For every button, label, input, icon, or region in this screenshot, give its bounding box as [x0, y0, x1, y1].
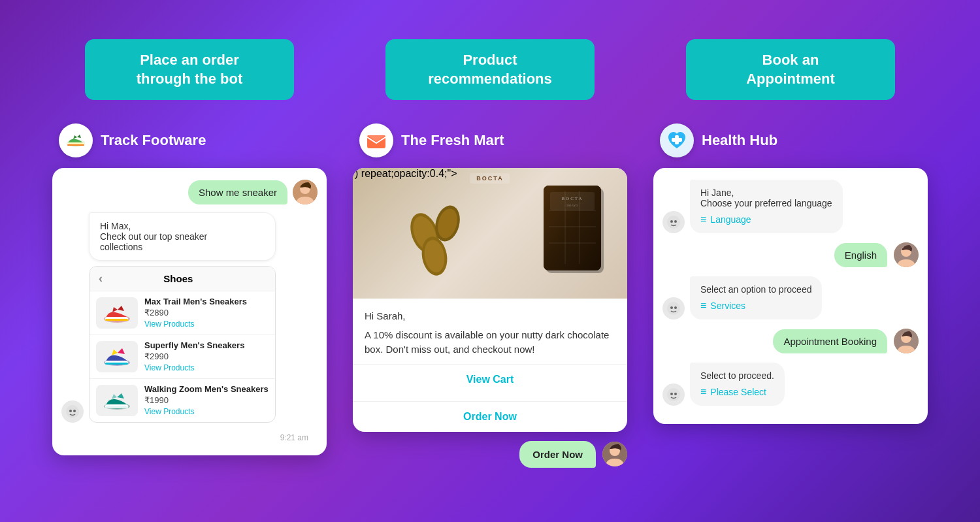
- order-chat-window: Show me sneaker: [52, 168, 327, 455]
- view-link-2[interactable]: View Products: [144, 363, 194, 372]
- bot-icon-small-4: [662, 383, 685, 406]
- order-now-bubble: Order Now: [519, 441, 596, 468]
- product-greeting: Hi Sarah,: [365, 309, 615, 324]
- bot-icon-small-1: [61, 400, 84, 423]
- please-select-option[interactable]: ≡ Please Select: [700, 386, 774, 398]
- svg-rect-10: [105, 319, 128, 321]
- user-message-row: Show me sneaker: [61, 180, 318, 204]
- fresh-mart-name: The Fresh Mart: [401, 132, 504, 149]
- product-price-1: ₹2890: [144, 308, 247, 318]
- health-hub-logo: [660, 123, 694, 157]
- english-bubble: English: [834, 243, 887, 267]
- bot-message-row: Hi Max, Check out our top sneaker collec…: [61, 212, 318, 423]
- language-msg-row: Hi Jane,Choose your preferred language ≡…: [662, 180, 919, 233]
- appointment-label: Book anAppointment: [686, 39, 895, 100]
- appointment-booking-row: Appointment Booking: [662, 329, 919, 353]
- product-info-2: Superfly Men's Sneakers ₹2990 View Produ…: [144, 340, 244, 373]
- user-avatar-1: [293, 180, 318, 204]
- svg-point-45: [667, 302, 680, 315]
- chat-timestamp: 9:21 am: [61, 431, 318, 449]
- appointment-column: Book anAppointment Health Hub: [653, 39, 928, 424]
- svg-rect-13: [105, 363, 128, 365]
- bot-icon-small-2: [662, 211, 685, 233]
- svg-text:DOAYO: DOAYO: [566, 204, 578, 207]
- view-cart-btn[interactable]: View Cart: [353, 364, 627, 395]
- main-container: Place an order through the bot Track Foo…: [0, 0, 980, 522]
- order-bot-name: Track Footware: [101, 132, 206, 149]
- select-option-text: Select an option to proceed: [700, 284, 811, 295]
- user-avatar-4: [894, 329, 919, 353]
- view-link-3[interactable]: View Products: [144, 407, 194, 416]
- svg-point-6: [69, 410, 72, 412]
- product-info-3: Walking Zoom Men's Sneakers ₹1990 View P…: [144, 384, 269, 417]
- bot-icon-small-3: [662, 297, 685, 319]
- appointment-chat: Hi Jane,Choose your preferred language ≡…: [653, 168, 928, 424]
- product-price-3: ₹1990: [144, 395, 269, 405]
- track-footware-logo: [59, 123, 93, 157]
- svg-point-42: [674, 220, 677, 223]
- svg-point-51: [670, 393, 673, 395]
- product-discount-msg: A 10% discount is available on your nutt…: [365, 328, 615, 357]
- product-name-3: Walking Zoom Men's Sneakers: [144, 384, 269, 394]
- please-select-row: Select to proceed. ≡ Please Select: [662, 363, 919, 406]
- view-link-1[interactable]: View Products: [144, 319, 194, 329]
- product-price-2: ₹2990: [144, 351, 244, 361]
- services-bubble: Select an option to proceed ≡ Services: [690, 276, 822, 319]
- product-img-3: [96, 385, 138, 416]
- menu-list-icon-1: ≡: [700, 214, 706, 225]
- product-carousel-card: ‹ Shoes: [89, 266, 276, 423]
- product-name-1: Max Trail Men's Sneakers: [144, 297, 247, 306]
- product-item-2: Superfly Men's Sneakers ₹2990 View Produ…: [90, 335, 275, 379]
- user-avatar-2: [602, 442, 627, 466]
- svg-rect-16: [105, 406, 128, 408]
- order-chat-body: Show me sneaker: [52, 168, 327, 455]
- product-info-1: Max Trail Men's Sneakers ₹2890 View Prod…: [144, 297, 247, 329]
- order-bot-header: Track Footware: [52, 123, 206, 157]
- svg-rect-2: [67, 144, 84, 146]
- svg-text:BOCTA: BOCTA: [561, 196, 583, 201]
- svg-point-40: [667, 216, 680, 229]
- svg-point-47: [674, 306, 677, 309]
- product-name-2: Superfly Men's Sneakers: [144, 340, 244, 350]
- svg-point-52: [674, 393, 677, 395]
- menu-list-icon-2: ≡: [700, 300, 706, 312]
- carousel-left-chevron[interactable]: ‹: [99, 272, 103, 285]
- appointment-booking-bubble: Appointment Booking: [773, 329, 887, 353]
- product-image-card: ') repeat;opacity:0.4;">: [353, 168, 627, 432]
- hi-jane-text: Hi Jane,Choose your preferred language: [700, 188, 832, 208]
- language-option-text: Language: [710, 214, 751, 225]
- svg-point-46: [670, 306, 673, 309]
- product-rec-column: Productrecommendations The Fresh Mart ')…: [353, 39, 627, 468]
- svg-point-5: [66, 405, 79, 418]
- user-avatar-3: [894, 242, 919, 267]
- fresh-mart-logo: [359, 123, 393, 157]
- bot-intro-text: Hi Max, Check out our top sneaker collec…: [100, 221, 207, 252]
- language-menu-option[interactable]: ≡ Language: [700, 214, 832, 225]
- product-img-1: [96, 297, 138, 329]
- svg-rect-33: [550, 192, 595, 210]
- order-now-reply-row: Order Now: [353, 441, 627, 468]
- services-menu-option[interactable]: ≡ Services: [700, 300, 811, 312]
- product-image: ') repeat;opacity:0.4;">: [353, 168, 627, 299]
- menu-list-icon-3: ≡: [700, 386, 706, 398]
- svg-point-7: [73, 410, 76, 412]
- health-hub-header: Health Hub: [653, 123, 777, 157]
- bocta-watermark: BOCTA: [470, 173, 510, 184]
- product-item-1: Max Trail Men's Sneakers ₹2890 View Prod…: [90, 291, 275, 335]
- svg-point-41: [670, 220, 673, 223]
- svg-rect-39: [672, 138, 682, 142]
- product-card-header: ‹ Shoes: [90, 267, 275, 291]
- please-select-label: Please Select: [710, 387, 766, 397]
- product-item-3: Walking Zoom Men's Sneakers ₹1990 View P…: [90, 379, 275, 422]
- fresh-mart-header: The Fresh Mart: [353, 123, 504, 157]
- language-bubble: Hi Jane,Choose your preferred language ≡…: [690, 180, 843, 233]
- product-msg-body: Hi Sarah, A 10% discount is available on…: [353, 299, 627, 357]
- services-option-text: Services: [710, 301, 745, 311]
- user-bubble-sneaker: Show me sneaker: [188, 180, 287, 204]
- bot-bubble-sneaker-intro: Hi Max, Check out our top sneaker collec…: [89, 212, 276, 261]
- order-now-btn[interactable]: Order Now: [353, 401, 627, 432]
- health-hub-name: Health Hub: [702, 132, 777, 149]
- select-to-proceed-text: Select to proceed.: [700, 370, 774, 381]
- product-rec-label: Productrecommendations: [385, 39, 595, 100]
- please-select-bubble: Select to proceed. ≡ Please Select: [690, 363, 785, 406]
